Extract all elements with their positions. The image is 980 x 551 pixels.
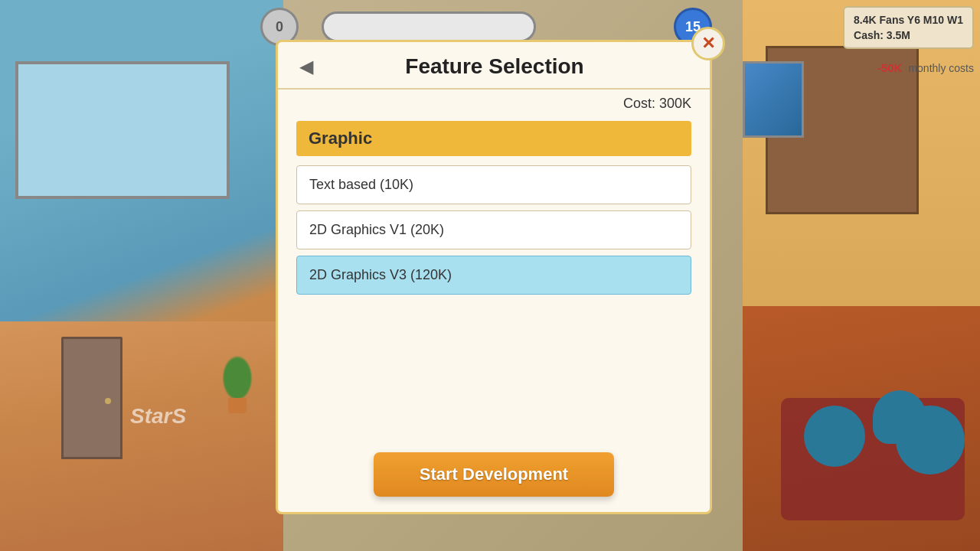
plant-pot xyxy=(228,398,247,413)
cash-label: Cash: 3.5M xyxy=(854,29,963,41)
door xyxy=(61,337,122,459)
monthly-costs: -50K monthly costs xyxy=(877,61,974,74)
cost-label: Cost: 300K xyxy=(278,90,710,115)
company-name: StarS xyxy=(130,404,186,429)
option-2d-v1[interactable]: 2D Graphics V1 (20K) xyxy=(296,210,691,249)
chair-3 xyxy=(896,406,965,474)
seating-area xyxy=(758,337,972,490)
top-hud: 0 15 xyxy=(0,0,980,46)
modal-footer: Start Development xyxy=(278,443,710,512)
stats-panel: 8.4K Fans Y6 M10 W1 Cash: 3.5M xyxy=(843,6,974,49)
modal-body: Graphic Text based (10K) 2D Graphics V1 … xyxy=(278,115,710,443)
fans-label: 8.4K Fans Y6 M10 W1 xyxy=(854,14,963,26)
chair-2 xyxy=(804,406,865,467)
monthly-cost-label: monthly costs xyxy=(908,62,974,74)
plant xyxy=(222,352,253,413)
hud-center-bar xyxy=(322,11,536,42)
option-2d-v3[interactable]: 2D Graphics V3 (120K) xyxy=(296,256,691,295)
feature-selection-modal: ◀ Feature Selection ✕ Cost: 300K Graphic… xyxy=(276,40,712,514)
option-text-based[interactable]: Text based (10K) xyxy=(296,165,691,204)
modal-title: Feature Selection xyxy=(319,54,670,79)
options-list: Text based (10K) 2D Graphics V1 (20K) 2D… xyxy=(296,165,691,295)
room-right xyxy=(743,0,980,551)
modal-header: ◀ Feature Selection ✕ xyxy=(278,42,710,90)
room-left: StarS xyxy=(0,0,283,551)
back-button[interactable]: ◀ xyxy=(293,57,319,76)
close-button[interactable]: ✕ xyxy=(691,27,725,60)
windows xyxy=(15,61,230,199)
plant-leaves xyxy=(222,355,253,401)
start-development-button[interactable]: Start Development xyxy=(374,452,614,497)
monthly-cost-value: -50K xyxy=(877,61,903,74)
category-header: Graphic xyxy=(296,121,691,156)
poster xyxy=(743,61,804,138)
